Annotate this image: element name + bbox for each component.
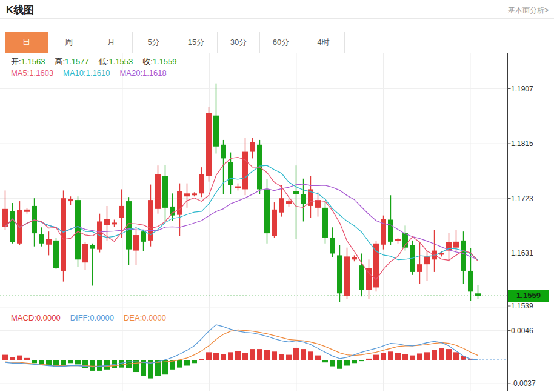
- candle-body: [453, 242, 459, 248]
- kline-page: K线图 基本面分析> 日周月5分15分30分60分4时 开:1.1563高:1.…: [0, 0, 554, 392]
- candle-body: [39, 234, 44, 244]
- macd-histogram-bar: [90, 360, 95, 371]
- candle-body: [352, 257, 357, 259]
- macd-histogram-bar: [24, 358, 30, 360]
- current-price-badge: 1.1559: [508, 290, 549, 302]
- low-label: 低:: [99, 57, 109, 66]
- candle-body: [199, 174, 204, 193]
- macd-histogram-bar: [424, 352, 430, 360]
- candle-body: [184, 193, 190, 196]
- macd-item: DEA:0.0000: [124, 313, 166, 322]
- macd-histogram-bar: [388, 351, 393, 360]
- candle-body: [119, 206, 124, 218]
- candle-body: [53, 241, 59, 268]
- candle-body: [475, 293, 481, 296]
- candle-body: [272, 210, 277, 236]
- macd-legend: MACD:0.0000DIFF:0.0000DEA:0.0000: [11, 313, 176, 322]
- candle-body: [155, 174, 161, 209]
- macd-histogram-bar: [242, 353, 248, 360]
- macd-histogram-bar: [213, 353, 219, 360]
- ma-item: MA20:1.1618: [119, 68, 166, 78]
- ohlc-open: 开:1.1563: [11, 57, 45, 66]
- ma-legend: MA5:1.1603MA10:1.1610MA20:1.1618: [11, 68, 176, 78]
- high-label: 高:: [55, 57, 65, 66]
- macd-histogram-bar: [432, 350, 437, 360]
- ma-label: MA20:: [119, 68, 142, 78]
- candle-body: [330, 238, 335, 254]
- macd-histogram-bar: [293, 348, 299, 360]
- macd-histogram-bar: [315, 356, 321, 360]
- candle-body: [395, 239, 401, 241]
- macd-histogram-bar: [395, 353, 401, 360]
- candle-body: [213, 116, 219, 147]
- macd-histogram-bar: [184, 360, 190, 365]
- candle-body: [206, 113, 212, 176]
- price-axis-label: 1.1815: [511, 139, 533, 148]
- candle-body: [192, 193, 197, 195]
- ma-item: MA10:1.1610: [63, 68, 110, 78]
- candle-body: [344, 256, 350, 296]
- candle-body: [104, 219, 110, 225]
- candle-body: [177, 191, 182, 214]
- candle-body: [279, 198, 284, 213]
- high-value: 1.1577: [65, 57, 89, 66]
- price-axis-label: 1.1907: [511, 85, 533, 93]
- macd-histogram-bar: [32, 360, 37, 363]
- close-label: 收:: [142, 57, 153, 66]
- candle-body: [242, 152, 248, 190]
- macd-histogram-bar: [264, 350, 270, 360]
- macd-histogram-bar: [97, 360, 102, 371]
- ohlc-low: 低:1.1553: [99, 57, 133, 66]
- candle-body: [68, 199, 73, 201]
- open-label: 开:: [11, 57, 21, 66]
- macd-item: DIFF:0.0000: [70, 313, 114, 322]
- macd-histogram-bar: [2, 355, 8, 360]
- macd-histogram-bar: [177, 360, 182, 368]
- macd-value: 0.0000: [90, 313, 114, 322]
- macd-histogram-bar: [410, 356, 415, 360]
- macd-histogram-bar: [308, 351, 313, 360]
- ma-value: 1.1618: [142, 68, 167, 78]
- macd-histogram-bar: [192, 360, 197, 363]
- candle-body: [264, 189, 270, 233]
- candle-body: [301, 194, 306, 204]
- candle-body: [388, 220, 393, 242]
- macd-histogram-bar: [446, 349, 452, 360]
- macd-histogram-bar: [272, 351, 277, 360]
- candle-body: [82, 244, 88, 262]
- macd-label: DEA:: [124, 313, 142, 322]
- macd-histogram-bar: [359, 360, 364, 361]
- macd-histogram-bar: [402, 354, 408, 360]
- candle-body: [133, 235, 139, 251]
- macd-axis-label: 0.0046: [511, 327, 533, 335]
- ma-label: MA10:: [63, 68, 86, 78]
- candle-body: [61, 198, 66, 271]
- macd-histogram-bar: [279, 354, 284, 360]
- candle-body: [75, 200, 81, 259]
- ma-item: MA5:1.1603: [11, 68, 53, 78]
- candle-body: [286, 201, 292, 204]
- candle-body: [162, 176, 168, 208]
- candle-body: [417, 264, 422, 272]
- macd-histogram-bar: [250, 349, 255, 360]
- price-axis-label: 1.1631: [511, 249, 533, 257]
- candle-body: [170, 207, 175, 216]
- ma-value: 1.1610: [86, 68, 110, 78]
- macd-histogram-bar: [439, 348, 444, 360]
- macd-histogram-bar: [17, 356, 22, 360]
- price-axis-label: 1.1539: [511, 302, 533, 310]
- macd-histogram-bar: [453, 352, 459, 360]
- macd-histogram-bar: [75, 360, 81, 364]
- candle-body: [424, 256, 430, 264]
- macd-histogram-bar: [206, 352, 212, 360]
- macd-histogram-bar: [337, 360, 342, 369]
- candle-body: [461, 241, 466, 271]
- candle-body: [141, 231, 146, 242]
- candle-body: [46, 239, 52, 245]
- macd-histogram-bar: [381, 353, 386, 360]
- candle-body: [221, 145, 226, 159]
- macd-histogram-bar: [417, 353, 422, 360]
- low-value: 1.1553: [108, 57, 133, 66]
- macd-histogram-bar: [221, 354, 226, 360]
- candle-body: [359, 265, 364, 290]
